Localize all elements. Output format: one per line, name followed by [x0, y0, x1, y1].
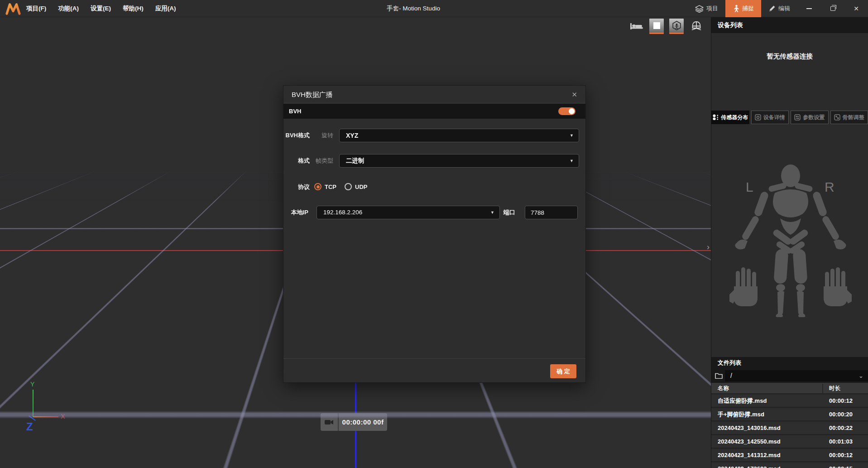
minimize-button[interactable]	[797, 0, 821, 17]
dialog-title: BVH数据广播	[292, 86, 333, 103]
parameter-settings-icon	[794, 114, 801, 121]
avatar-view-button[interactable]	[669, 19, 684, 34]
panel-collapse-button[interactable]: ›	[705, 239, 712, 255]
frame-format-row: 格式 帧类型 二进制 ▼	[283, 154, 585, 168]
bvh-format-label: BVH格式	[283, 129, 310, 142]
tab-device-details[interactable]: 设备详情	[751, 111, 789, 124]
axis-z-label: Z	[26, 420, 33, 433]
bvh-section-label: BVH	[289, 104, 301, 119]
timecode-chip: 00:00:00 00f	[321, 413, 387, 431]
close-window-button[interactable]: ✕	[844, 0, 868, 17]
menu-settings[interactable]: 设置(E)	[91, 5, 111, 13]
file-row[interactable]: 自适应俯卧撑.msd 00:00:12	[711, 395, 868, 408]
rest-pose-button[interactable]	[629, 19, 644, 34]
tab-capture[interactable]: 捕捉	[725, 0, 761, 17]
menu-help[interactable]: 帮助(H)	[123, 5, 144, 13]
bvh-enable-toggle[interactable]	[558, 107, 575, 115]
axis-x-line	[33, 416, 58, 417]
bvh-section-bar: BVH	[283, 104, 585, 119]
rotation-label: 旋转	[312, 129, 333, 142]
maximize-icon	[830, 6, 835, 11]
bed-icon	[630, 22, 643, 30]
udp-label: UDP	[355, 183, 367, 190]
file-duration: 00:00:12	[829, 449, 853, 461]
square-icon	[653, 22, 660, 29]
udp-radio[interactable]	[345, 183, 352, 190]
protocol-options: TCP UDP	[314, 183, 375, 190]
tab-skeleton-adjust[interactable]: 骨骼调整	[830, 111, 868, 124]
port-input[interactable]	[525, 206, 578, 219]
tab-project[interactable]: 项目	[688, 0, 725, 17]
cube-person-icon	[672, 21, 681, 30]
file-name: 20240423_142550.msd	[718, 436, 781, 448]
bvh-format-row: BVH格式 旋转 XYZ ▼	[283, 129, 585, 142]
app-logo-icon	[5, 2, 21, 15]
file-path-select[interactable]: / ⌄	[725, 370, 868, 381]
tab-parameter-settings[interactable]: 参数设置	[791, 111, 829, 124]
protocol-label: 协议	[283, 180, 310, 194]
tab-project-label: 项目	[706, 5, 718, 13]
port-label: 端口	[504, 206, 521, 219]
menu-apps[interactable]: 应用(A)	[155, 5, 176, 13]
file-row[interactable]: 20240409_173603.msd 00:00:15	[711, 463, 868, 468]
rotation-select[interactable]: XYZ ▼	[339, 129, 579, 142]
chevron-down-icon: ▼	[570, 129, 574, 142]
app-window: 项目(F) 功能(A) 设置(E) 帮助(H) 应用(A) 手套- Motion…	[0, 0, 868, 468]
tab-sensor-distribution[interactable]: 传感器分布	[711, 111, 749, 124]
format-label: 格式	[283, 154, 310, 168]
skeleton-adjust-icon	[834, 114, 840, 121]
local-ip-select[interactable]: 192.168.2.206 ▼	[317, 206, 500, 219]
tab-device-details-label: 设备详情	[763, 114, 785, 121]
axis-y-label: Y	[30, 381, 34, 388]
column-divider	[822, 384, 823, 393]
confirm-button[interactable]: 确 定	[550, 364, 576, 378]
tcp-radio[interactable]	[314, 183, 321, 190]
timecode-value: 00:00:00 00f	[339, 418, 387, 426]
record-camera-button[interactable]	[321, 413, 339, 431]
file-name: 20240423_143016.msd	[718, 422, 781, 434]
chevron-down-icon: ▼	[570, 154, 574, 167]
file-row[interactable]: 20240423_142550.msd 00:01:03	[711, 436, 868, 449]
device-details-icon	[755, 114, 761, 121]
file-duration: 00:00:20	[829, 409, 853, 420]
viewport-toolbar	[629, 18, 704, 34]
menubar: 项目(F) 功能(A) 设置(E) 帮助(H) 应用(A)	[26, 0, 176, 17]
local-ip-label: 本地IP	[283, 206, 308, 219]
file-duration: 00:00:22	[829, 422, 853, 434]
protocol-row: 协议 TCP UDP	[283, 180, 585, 194]
axis-x-label: X	[61, 413, 65, 420]
maximize-button[interactable]	[821, 0, 844, 17]
camera-view-button[interactable]	[689, 19, 704, 34]
network-row: 本地IP 192.168.2.206 ▼ 端口	[283, 206, 585, 219]
file-path-row: / ⌄	[711, 369, 868, 383]
file-name: 手+脚俯卧撑.msd	[718, 409, 764, 420]
file-row[interactable]: 手+脚俯卧撑.msd 00:00:20	[711, 409, 868, 421]
file-row[interactable]: 20240423_141312.msd 00:00:12	[711, 449, 868, 462]
file-name: 20240409_173603.msd	[718, 463, 781, 468]
no-sensor-text: 暂无传感器连接	[711, 52, 868, 61]
file-path-value: /	[730, 372, 732, 379]
chevron-down-icon: ▼	[490, 206, 494, 219]
capture-person-icon	[733, 5, 739, 13]
tab-capture-label: 捕捉	[742, 5, 754, 13]
axis-gizmo: Y X Z	[26, 380, 76, 439]
tab-edit[interactable]: 编辑	[761, 0, 797, 17]
frame-type-select[interactable]: 二进制 ▼	[339, 154, 579, 168]
chevron-down-icon[interactable]: ⌄	[858, 370, 863, 381]
dialog-close-icon[interactable]: ✕	[571, 86, 577, 103]
grid-view-button[interactable]	[649, 19, 664, 34]
file-row[interactable]: 20240423_143016.msd 00:00:22	[711, 422, 868, 435]
menu-function[interactable]: 功能(A)	[58, 5, 79, 13]
file-table-header: 名称 时长	[711, 383, 868, 394]
axis-y-line	[33, 390, 34, 417]
frame-type-label: 帧类型	[312, 154, 333, 168]
bvh-broadcast-dialog: BVH数据广播 ✕ BVH BVH格式 旋转 XYZ ▼ 格式 帧类型 二进制 …	[283, 85, 586, 383]
file-list-header: 文件列表	[711, 357, 868, 369]
file-duration: 00:00:15	[829, 463, 853, 468]
frame-type-select-value: 二进制	[346, 157, 364, 164]
menu-project[interactable]: 项目(F)	[26, 5, 46, 13]
titlebar: 项目(F) 功能(A) 设置(E) 帮助(H) 应用(A) 手套- Motion…	[0, 0, 868, 17]
dialog-header: BVH数据广播 ✕	[283, 86, 585, 103]
mode-tabs: 项目 捕捉 编辑 ✕	[688, 0, 868, 17]
rotation-select-value: XYZ	[346, 132, 358, 139]
